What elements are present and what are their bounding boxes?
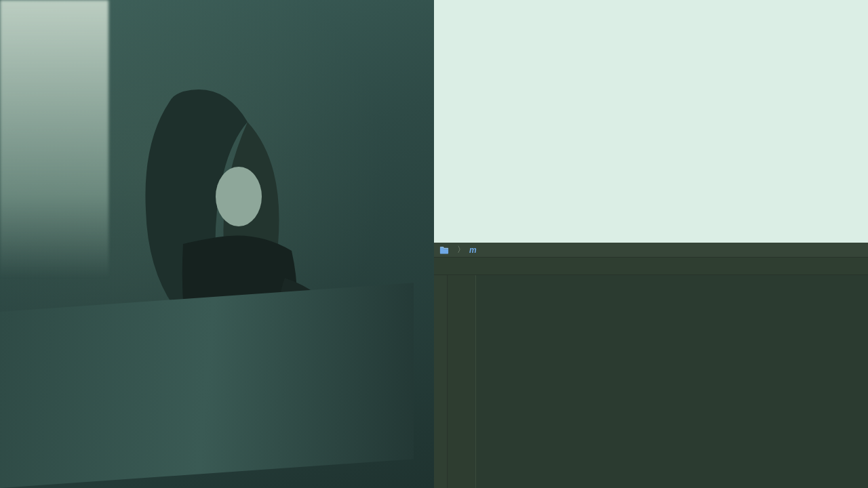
- editor-tabs: [434, 258, 868, 275]
- editor-code[interactable]: [476, 275, 868, 488]
- maven-file-icon: m: [469, 245, 477, 255]
- breadcrumb[interactable]: 〉 m: [434, 243, 868, 258]
- svg-point-1: [337, 327, 361, 344]
- svg-rect-2: [334, 336, 366, 390]
- project-folder-icon: [439, 246, 449, 254]
- journey-slide: [434, 0, 868, 243]
- code-editor[interactable]: [448, 275, 868, 488]
- course-thumbnail-photo: [0, 0, 434, 488]
- svg-point-0: [216, 167, 262, 226]
- ide-toolwindow-bar: [434, 275, 448, 488]
- ide-panel: 〉 m: [434, 243, 868, 488]
- chevron-right-icon: 〉: [457, 244, 465, 256]
- editor-gutter: [448, 275, 476, 488]
